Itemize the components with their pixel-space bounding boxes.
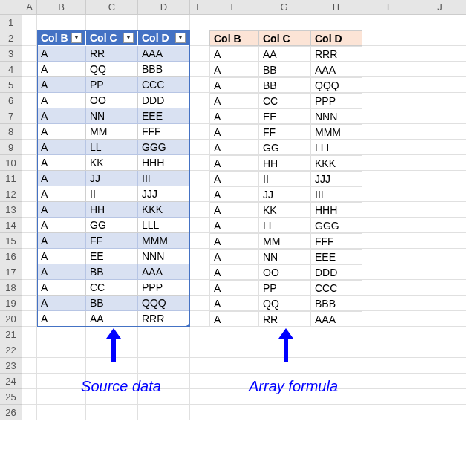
array-table-cell[interactable]: BB (258, 77, 310, 93)
cell-I5[interactable] (362, 77, 414, 93)
cell-E1[interactable] (190, 15, 209, 30)
cell-G1[interactable] (258, 15, 310, 30)
cell-J2[interactable] (414, 30, 466, 46)
cell-J5[interactable] (414, 77, 466, 93)
cell-I13[interactable] (362, 202, 414, 218)
cell-I3[interactable] (362, 46, 414, 62)
column-header-J[interactable]: J (414, 0, 466, 15)
array-table-cell[interactable]: NN (258, 249, 310, 264)
cell-J19[interactable] (414, 296, 466, 311)
row-header-15[interactable]: 15 (0, 233, 22, 249)
cell-D21[interactable] (138, 327, 190, 342)
source-table-cell[interactable]: II (86, 186, 138, 202)
cell-F1[interactable] (209, 15, 258, 30)
cell-J26[interactable] (414, 405, 466, 420)
array-table-header-1[interactable]: Col C (258, 30, 310, 46)
array-table-cell[interactable]: GGG (310, 218, 362, 233)
source-table-cell[interactable]: AAA (138, 46, 190, 62)
cell-A16[interactable] (22, 249, 37, 264)
array-table-cell[interactable]: KK (258, 202, 310, 218)
source-table-cell[interactable]: EEE (138, 108, 190, 124)
array-table-cell[interactable]: A (209, 62, 258, 77)
source-table-cell[interactable]: A (37, 249, 86, 264)
cell-I18[interactable] (362, 280, 414, 296)
table-resize-handle-icon[interactable] (186, 322, 190, 327)
source-table-header-1[interactable]: Col C▼ (86, 30, 138, 46)
cell-J13[interactable] (414, 202, 466, 218)
source-table-cell[interactable]: MM (86, 124, 138, 140)
source-table-cell[interactable]: A (37, 46, 86, 62)
cell-D1[interactable] (138, 15, 190, 30)
array-table-cell[interactable]: DDD (310, 264, 362, 280)
row-header-13[interactable]: 13 (0, 202, 22, 218)
cell-E26[interactable] (190, 405, 209, 420)
cell-E21[interactable] (190, 327, 209, 342)
row-header-5[interactable]: 5 (0, 77, 22, 93)
filter-dropdown-icon[interactable]: ▼ (123, 33, 134, 43)
array-table-cell[interactable]: GG (258, 140, 310, 155)
row-header-3[interactable]: 3 (0, 46, 22, 62)
cell-A10[interactable] (22, 155, 37, 171)
cell-E20[interactable] (190, 311, 209, 327)
source-table-cell[interactable]: III (138, 171, 190, 186)
cell-J11[interactable] (414, 171, 466, 186)
array-table-cell[interactable]: QQQ (310, 77, 362, 93)
array-table-cell[interactable]: HHH (310, 202, 362, 218)
cell-I9[interactable] (362, 140, 414, 155)
source-table-cell[interactable]: CCC (138, 77, 190, 93)
cell-E16[interactable] (190, 249, 209, 264)
array-table-cell[interactable]: A (209, 140, 258, 155)
cell-E13[interactable] (190, 202, 209, 218)
source-table-cell[interactable]: FFF (138, 124, 190, 140)
column-header-B[interactable]: B (37, 0, 86, 15)
array-table-cell[interactable]: A (209, 296, 258, 311)
array-table-cell[interactable]: A (209, 108, 258, 124)
source-table-cell[interactable]: A (37, 264, 86, 280)
cell-J25[interactable] (414, 389, 466, 405)
filter-dropdown-icon[interactable]: ▼ (71, 33, 82, 43)
cell-J15[interactable] (414, 233, 466, 249)
row-header-21[interactable]: 21 (0, 327, 22, 342)
source-table-header-2[interactable]: Col D▼ (138, 30, 190, 46)
array-table-cell[interactable]: MMM (310, 124, 362, 140)
cell-J20[interactable] (414, 311, 466, 327)
cell-A21[interactable] (22, 327, 37, 342)
array-table-cell[interactable]: HH (258, 155, 310, 171)
cell-J10[interactable] (414, 155, 466, 171)
cell-J14[interactable] (414, 218, 466, 233)
cell-J12[interactable] (414, 186, 466, 202)
cell-I11[interactable] (362, 171, 414, 186)
cell-H26[interactable] (310, 405, 362, 420)
row-header-8[interactable]: 8 (0, 124, 22, 140)
row-header-10[interactable]: 10 (0, 155, 22, 171)
cell-I16[interactable] (362, 249, 414, 264)
column-header-F[interactable]: F (209, 0, 258, 15)
array-table-cell[interactable]: EEE (310, 249, 362, 264)
array-table-cell[interactable]: A (209, 46, 258, 62)
source-table-cell[interactable]: DDD (138, 93, 190, 108)
array-table-cell[interactable]: AAA (310, 311, 362, 327)
source-table-cell[interactable]: A (37, 93, 86, 108)
cell-I26[interactable] (362, 405, 414, 420)
cell-E10[interactable] (190, 155, 209, 171)
cell-I23[interactable] (362, 358, 414, 374)
cell-B1[interactable] (37, 15, 86, 30)
cell-I19[interactable] (362, 296, 414, 311)
cell-D26[interactable] (138, 405, 190, 420)
column-header-H[interactable]: H (310, 0, 362, 15)
source-table-cell[interactable]: GGG (138, 140, 190, 155)
cell-E23[interactable] (190, 358, 209, 374)
cell-E15[interactable] (190, 233, 209, 249)
cell-I8[interactable] (362, 124, 414, 140)
source-table-cell[interactable]: BB (86, 296, 138, 311)
cell-B22[interactable] (37, 342, 86, 358)
cell-A1[interactable] (22, 15, 37, 30)
cell-J9[interactable] (414, 140, 466, 155)
array-table-cell[interactable]: III (310, 186, 362, 202)
column-header-D[interactable]: D (138, 0, 190, 15)
source-table-cell[interactable]: A (37, 108, 86, 124)
row-header-12[interactable]: 12 (0, 186, 22, 202)
cell-I24[interactable] (362, 374, 414, 389)
row-header-26[interactable]: 26 (0, 405, 22, 420)
array-table-cell[interactable]: A (209, 264, 258, 280)
